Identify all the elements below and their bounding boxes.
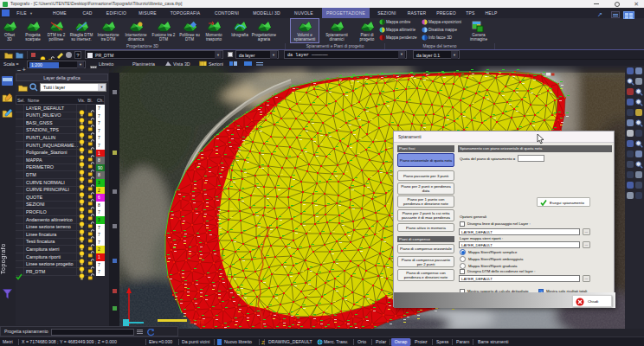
svg-text:10 mt: 10 mt	[189, 318, 204, 324]
